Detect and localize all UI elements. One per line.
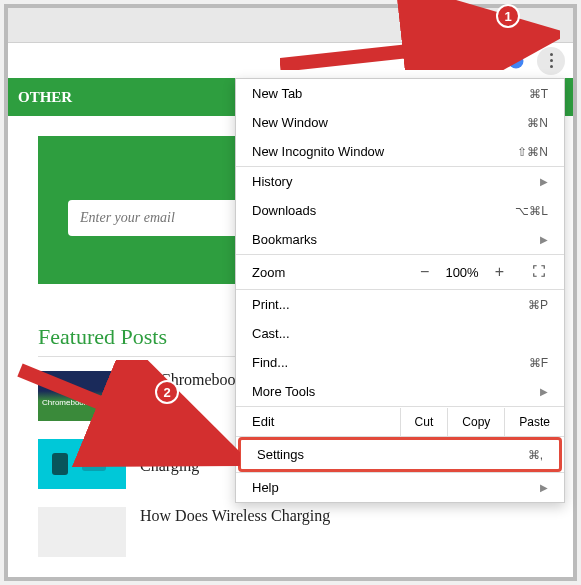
zoom-value: 100%	[439, 261, 484, 284]
menu-print[interactable]: Print...⌘P	[236, 290, 564, 319]
extensions-icon[interactable]	[477, 52, 495, 70]
post-thumbnail	[38, 371, 126, 421]
menu-new-window[interactable]: New Window⌘N	[236, 108, 564, 137]
profile-icon[interactable]	[507, 52, 525, 70]
window-chrome	[8, 8, 573, 43]
menu-find[interactable]: Find...⌘F	[236, 348, 564, 377]
post-thumbnail	[38, 439, 126, 489]
svg-marker-0	[417, 53, 432, 67]
nav-other[interactable]: OTHER	[18, 89, 72, 106]
menu-incognito[interactable]: New Incognito Window⇧⌘N	[236, 137, 564, 166]
menu-paste[interactable]: Paste	[504, 408, 564, 436]
menu-help[interactable]: Help▶	[236, 473, 564, 502]
menu-zoom: Zoom − 100% +	[236, 255, 564, 289]
annotation-badge-2: 2	[155, 380, 179, 404]
menu-settings[interactable]: Settings⌘,	[238, 437, 562, 472]
menu-more-tools[interactable]: More Tools▶	[236, 377, 564, 406]
post-title: Charging	[140, 457, 234, 475]
fullscreen-icon[interactable]	[522, 260, 556, 285]
menu-cut[interactable]: Cut	[400, 408, 448, 436]
chevron-right-icon: ▶	[540, 386, 548, 397]
menu-edit-row: Edit Cut Copy Paste	[236, 407, 564, 436]
menu-history[interactable]: History▶	[236, 167, 564, 196]
post-thumbnail	[38, 507, 126, 557]
chevron-right-icon: ▶	[540, 176, 548, 187]
zoom-out-button[interactable]: −	[410, 259, 439, 285]
menu-downloads[interactable]: Downloads⌥⌘L	[236, 196, 564, 225]
post-title: The Definitive	[140, 439, 234, 457]
post-title: How Does Wireless Charging	[140, 507, 330, 557]
kebab-menu-button[interactable]	[537, 47, 565, 75]
extension-lastpass-icon[interactable]: •••	[445, 52, 465, 70]
svg-point-1	[509, 53, 524, 68]
browser-menu-dropdown: New Tab⌘T New Window⌘N New Incognito Win…	[235, 78, 565, 503]
bookmark-star-icon[interactable]	[415, 52, 433, 70]
chevron-right-icon: ▶	[540, 234, 548, 245]
menu-copy[interactable]: Copy	[447, 408, 504, 436]
menu-cast[interactable]: Cast...	[236, 319, 564, 348]
chevron-right-icon: ▶	[540, 482, 548, 493]
zoom-in-button[interactable]: +	[485, 259, 514, 285]
post-item[interactable]: How Does Wireless Charging	[38, 507, 543, 557]
annotation-badge-1: 1	[496, 4, 520, 28]
menu-new-tab[interactable]: New Tab⌘T	[236, 79, 564, 108]
menu-bookmarks[interactable]: Bookmarks▶	[236, 225, 564, 254]
browser-toolbar: •••	[8, 43, 573, 78]
